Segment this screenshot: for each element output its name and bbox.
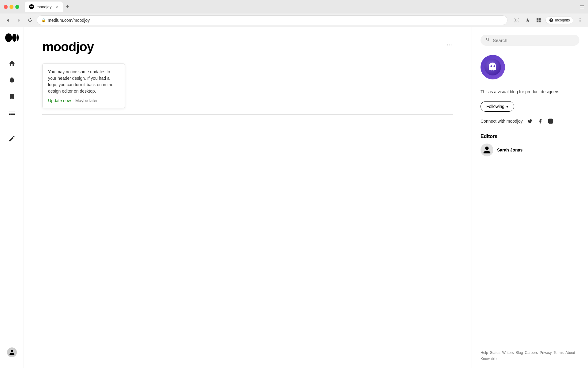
minimize-dot[interactable] [9,5,13,9]
tab-bar: moodjoy ✕ + [25,2,584,12]
search-box[interactable] [481,35,579,46]
svg-point-14 [494,65,495,67]
forward-button[interactable] [15,16,23,25]
footer-link-about[interactable]: About [565,351,575,355]
svg-point-6 [580,18,581,19]
menu-icon[interactable] [576,16,584,25]
medium-logo[interactable] [5,33,19,44]
sidebar-item-bookmarks[interactable] [8,93,16,101]
address-bar[interactable]: 🔒 medium.com/moodjoy [37,15,507,25]
instagram-icon[interactable] [547,118,554,125]
publication-title-area: moodjoy [42,40,94,54]
publication-avatar [481,55,505,79]
tab-favicon [29,4,34,9]
svg-point-17 [552,120,552,120]
new-tab-button[interactable]: + [64,3,71,11]
tab-title: moodjoy [36,5,51,9]
camera-icon[interactable] [512,16,521,25]
more-button[interactable]: ··· [445,40,453,50]
connect-label: Connect with moodjoy [481,119,523,124]
svg-rect-3 [539,18,541,20]
page-layout: moodjoy ··· You may notice some updates … [0,27,588,368]
editor-avatar[interactable] [481,144,493,156]
footer-link-knowable[interactable]: Knowable [481,357,497,361]
twitter-icon[interactable] [526,118,533,125]
browser-chrome: moodjoy ✕ + 🔒 medium.com/moodjoy [0,0,588,27]
editors-section: Editors Sarah Jonas [481,134,579,156]
url-text: medium.com/moodjoy [48,18,90,23]
update-now-button[interactable]: Update now [48,98,71,103]
svg-point-8 [580,21,581,22]
publication-title: moodjoy [42,40,94,54]
sidebar-item-home[interactable] [8,59,16,67]
browser-nav: 🔒 medium.com/moodjoy Incognito [0,13,588,27]
incognito-badge: Incognito [545,17,573,24]
svg-point-0 [30,6,32,7]
star-icon[interactable] [523,16,532,25]
search-input[interactable] [493,38,575,43]
browser-titlebar: moodjoy ✕ + [0,0,588,13]
svg-point-10 [12,34,17,42]
refresh-button[interactable] [26,16,34,25]
connect-section: Connect with moodjoy [481,118,579,125]
svg-rect-2 [537,18,539,20]
footer-link-blog[interactable]: Blog [516,351,523,355]
tab-grid-icon[interactable] [534,16,543,25]
right-sidebar: This is a visual blog for product design… [472,27,588,368]
svg-point-11 [17,34,19,41]
following-button[interactable]: Following ▾ [481,101,514,112]
chevron-down-icon: ▾ [506,104,508,109]
sidebar-nav [7,59,17,338]
main-content: moodjoy ··· You may notice some updates … [24,27,472,368]
facebook-icon[interactable] [537,118,544,125]
footer-links: Help Status Writers Blog Careers Privacy… [481,351,579,361]
back-button[interactable] [4,16,12,25]
close-dot[interactable] [4,5,8,9]
svg-point-16 [550,120,552,122]
footer-link-status[interactable]: Status [490,351,500,355]
tab-dropdown-icon[interactable] [579,4,584,9]
nav-icons: Incognito [512,16,584,25]
following-label: Following [486,104,504,109]
svg-point-1 [32,6,33,7]
editor-item: Sarah Jonas [481,144,579,156]
tab-close-button[interactable]: ✕ [56,5,58,9]
footer-link-careers[interactable]: Careers [525,351,538,355]
svg-point-7 [580,20,581,21]
sidebar-item-notifications[interactable] [8,76,16,84]
lock-icon: 🔒 [41,18,46,22]
sidebar-item-write[interactable] [8,135,16,143]
sidebar-item-lists[interactable] [8,109,16,117]
publication-header: moodjoy ··· [42,40,453,54]
browser-dots [4,5,19,9]
svg-rect-4 [537,21,539,22]
left-sidebar [0,27,24,368]
maximize-dot[interactable] [15,5,19,9]
publication-description: This is a visual blog for product design… [481,89,579,95]
maybe-later-button[interactable]: Maybe later [75,98,98,103]
update-tooltip: You may notice some updates to your head… [42,63,125,108]
active-tab[interactable]: moodjoy ✕ [25,2,63,12]
editor-name[interactable]: Sarah Jonas [497,148,522,152]
incognito-label: Incognito [555,18,570,22]
svg-point-9 [5,33,12,42]
user-avatar[interactable] [7,347,17,357]
svg-rect-5 [539,21,541,22]
tooltip-actions: Update now Maybe later [48,98,119,103]
footer-link-writers[interactable]: Writers [502,351,514,355]
footer-link-terms[interactable]: Terms [554,351,564,355]
tooltip-text: You may notice some updates to your head… [48,69,119,94]
content-divider [42,114,453,115]
footer-link-help[interactable]: Help [481,351,488,355]
sidebar-divider [7,126,17,126]
footer-link-privacy[interactable]: Privacy [540,351,552,355]
svg-point-13 [491,65,492,67]
editors-title: Editors [481,134,579,139]
search-icon [485,37,490,43]
sidebar-bottom [7,347,17,362]
